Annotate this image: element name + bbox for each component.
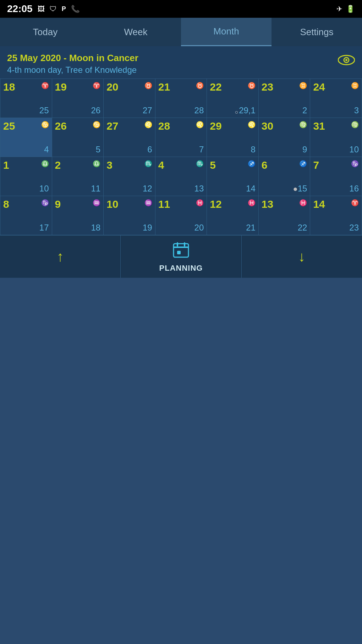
status-time: 22:05	[7, 3, 33, 15]
status-bar: 22:05 🖼 🛡 P 📞 ✈ 🔋	[0, 0, 362, 18]
table-row[interactable]: 10♒ 19	[104, 196, 155, 235]
table-row[interactable]: 27♌ 6	[104, 118, 155, 157]
airplane-icon: ✈	[336, 5, 342, 13]
table-row[interactable]: 11♓ 20	[155, 196, 207, 235]
prev-button[interactable]: ↑	[0, 236, 120, 278]
planning-icon	[172, 241, 190, 261]
table-row[interactable]: 3♏ 12	[104, 157, 155, 196]
table-row[interactable]: 9♒ 18	[52, 196, 104, 235]
planning-label: PLANNING	[159, 264, 203, 273]
status-bar-left: 22:05 🖼 🛡 P 📞	[7, 3, 80, 15]
svg-rect-5	[177, 242, 178, 247]
down-arrow-icon: ↓	[298, 249, 305, 265]
bottom-bar: ↑ PLANNING ↓	[0, 235, 362, 278]
app-content: 25 May 2020 - Moon in Cancer 4-th moon d…	[0, 46, 362, 278]
table-row[interactable]: 4♏ 13	[155, 157, 207, 196]
table-row[interactable]: 25♋ 4	[0, 118, 52, 157]
table-row[interactable]: 6♐ ● 15	[259, 157, 311, 196]
header-info: 25 May 2020 - Moon in Cancer 4-th moon d…	[0, 46, 362, 79]
table-row[interactable]: 19♈ 26	[52, 79, 104, 118]
svg-rect-6	[184, 242, 185, 247]
table-row[interactable]: 26♋ 5	[52, 118, 104, 157]
next-button[interactable]: ↓	[242, 236, 362, 278]
planning-button[interactable]: PLANNING	[120, 236, 241, 278]
svg-rect-7	[177, 251, 181, 254]
tab-bar: Today Week Month Settings	[0, 18, 362, 46]
parking-icon: P	[62, 5, 66, 13]
tab-month[interactable]: Month	[181, 18, 272, 46]
header-text: 25 May 2020 - Moon in Cancer 4-th moon d…	[7, 53, 138, 75]
table-row[interactable]: 24♊ 3	[310, 79, 362, 118]
table-row[interactable]: 22♉ ○ 29,1	[207, 79, 259, 118]
shield-icon: 🛡	[50, 5, 57, 13]
header-moonday: 4-th moon day, Tree of Knowledge	[7, 65, 138, 75]
table-row[interactable]: 5♐ 14	[207, 157, 259, 196]
calendar-grid: 18♈ 25 19♈ 26 20♉ 27 21♉ 28 22♉ ○ 29,1 2…	[0, 79, 362, 235]
table-row[interactable]: 20♉ 27	[104, 79, 155, 118]
eye-icon[interactable]	[338, 54, 355, 69]
table-row[interactable]: 12♓ 21	[207, 196, 259, 235]
table-row[interactable]: 30♍ 9	[259, 118, 311, 157]
table-row[interactable]: 2♎ 11	[52, 157, 104, 196]
table-row[interactable]: 21♉ 28	[155, 79, 207, 118]
svg-rect-3	[174, 244, 188, 257]
svg-rect-4	[174, 247, 188, 248]
table-row[interactable]: 31♍ 10	[310, 118, 362, 157]
table-row[interactable]: 23♊ 2	[259, 79, 311, 118]
table-row[interactable]: 18♈ 25	[0, 79, 52, 118]
up-arrow-icon: ↑	[57, 249, 64, 265]
phone-icon: 📞	[71, 5, 80, 13]
table-row[interactable]: 29♌ 8	[207, 118, 259, 157]
table-row[interactable]: 1♎ 10	[0, 157, 52, 196]
tab-settings[interactable]: Settings	[272, 18, 362, 46]
table-row[interactable]: 8♑ 17	[0, 196, 52, 235]
status-bar-right: ✈ 🔋	[336, 5, 355, 13]
table-row[interactable]: 14♈ 23	[310, 196, 362, 235]
table-row[interactable]: 7♑ 16	[310, 157, 362, 196]
table-row[interactable]: 13♓ 22	[259, 196, 311, 235]
tab-today[interactable]: Today	[0, 18, 90, 46]
gallery-icon: 🖼	[38, 5, 45, 13]
header-date: 25 May 2020 - Moon in Cancer	[7, 53, 138, 64]
svg-point-2	[345, 59, 347, 61]
table-row[interactable]: 28♌ 7	[155, 118, 207, 157]
tab-week[interactable]: Week	[90, 18, 181, 46]
battery-icon: 🔋	[346, 5, 355, 13]
